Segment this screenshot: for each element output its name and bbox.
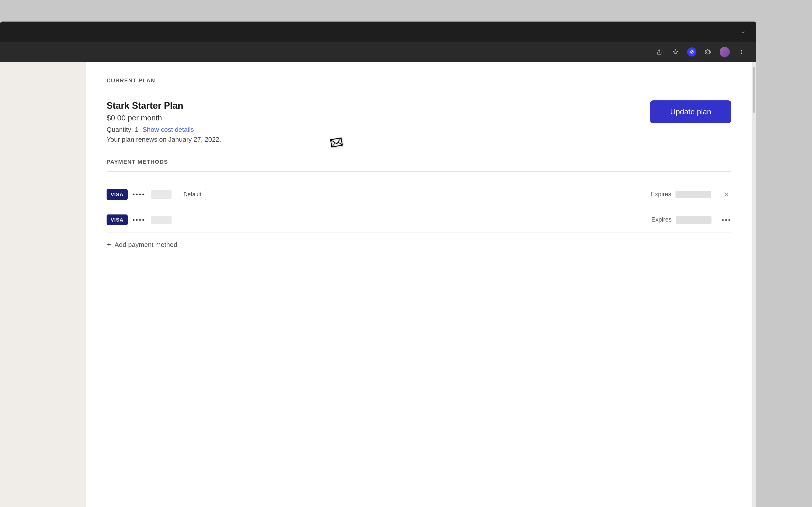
avatar-image [720, 47, 730, 57]
card-dots-2: •••• [133, 217, 145, 224]
adblock-icon[interactable]: ⊘ [687, 47, 696, 57]
current-plan-section: CURRENT PLAN Stark Starter Plan $0.00 pe… [107, 77, 731, 144]
svg-point-2 [741, 53, 742, 54]
visa-badge-2: VISA [107, 215, 128, 225]
browser-content: CURRENT PLAN Stark Starter Plan $0.00 pe… [0, 62, 756, 507]
quantity-label: Quantity: 1 [107, 126, 139, 133]
payment-methods-label: PAYMENT METHODS [107, 159, 731, 165]
share-icon[interactable] [655, 47, 664, 57]
show-cost-details-link[interactable]: Show cost details [143, 126, 194, 133]
plan-meta: Quantity: 1 Show cost details [107, 126, 650, 133]
extensions-icon[interactable] [703, 47, 713, 57]
plan-renewal-text: Your plan renews on January 27, 2022. [107, 135, 650, 144]
browser-titlebar: ⌄ [0, 21, 756, 42]
left-panel [0, 62, 86, 507]
plan-price: $0.00 per month [107, 114, 650, 122]
add-icon: + [107, 240, 111, 249]
add-payment-label: Add payment method [115, 241, 177, 249]
browser-window: ⌄ ⊘ [0, 21, 756, 507]
chevron-down-icon[interactable]: ⌄ [740, 26, 746, 35]
card-2-more-menu-button[interactable]: ••• [722, 216, 731, 224]
payment-card-2: VISA •••• Expires ••• [107, 207, 731, 233]
bookmark-icon[interactable] [671, 47, 680, 57]
browser-toolbar: ⊘ [0, 42, 756, 62]
plan-info: Stark Starter Plan $0.00 per month Quant… [107, 100, 650, 144]
plan-name: Stark Starter Plan [107, 100, 650, 111]
expires-date-1 [675, 191, 711, 198]
card-last4-2 [151, 216, 171, 224]
visa-badge-1: VISA [107, 189, 128, 200]
expires-label-2: Expires [651, 216, 712, 224]
svg-point-1 [741, 51, 742, 52]
svg-point-0 [741, 50, 742, 51]
plan-row: Stark Starter Plan $0.00 per month Quant… [107, 100, 731, 144]
scrollbar[interactable] [752, 62, 756, 507]
section-divider [107, 90, 731, 90]
more-menu-icon[interactable] [737, 47, 746, 57]
main-content: CURRENT PLAN Stark Starter Plan $0.00 pe… [86, 62, 752, 507]
payment-methods-section: PAYMENT METHODS VISA •••• Default Expire… [107, 159, 731, 249]
avatar[interactable] [720, 47, 730, 57]
expires-label-1: Expires [651, 191, 711, 199]
payment-divider [107, 171, 731, 172]
expires-date-2 [676, 216, 712, 224]
card-dots-1: •••• [133, 191, 145, 198]
payment-card-1: VISA •••• Default Expires ✕ [107, 182, 731, 207]
remove-card-1-button[interactable]: ✕ [721, 189, 731, 200]
default-badge: Default [179, 189, 206, 200]
current-plan-label: CURRENT PLAN [107, 77, 731, 84]
update-plan-button[interactable]: Update plan [650, 100, 731, 123]
add-payment-method-button[interactable]: + Add payment method [107, 233, 731, 249]
card-last4-1 [151, 190, 171, 199]
scrollbar-thumb[interactable] [753, 67, 755, 113]
